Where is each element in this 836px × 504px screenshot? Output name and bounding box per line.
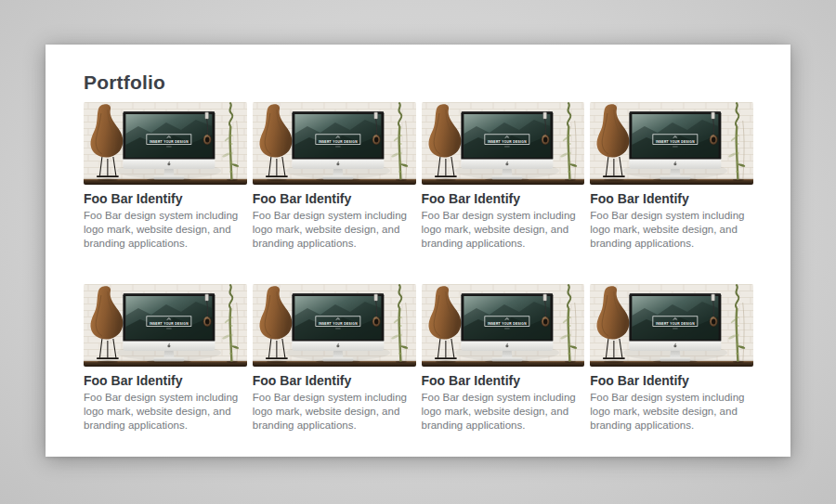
portfolio-card[interactable]: INSERT YOUR DESIGN bbox=[84, 102, 247, 251]
card-description: Foo Bar design system including logo mar… bbox=[84, 209, 247, 251]
card-description: Foo Bar design system including logo mar… bbox=[422, 209, 585, 251]
mockup-screen-text: INSERT YOUR DESIGN bbox=[319, 322, 358, 326]
portfolio-thumbnail[interactable]: INSERT YOUR DESIGN bbox=[422, 284, 585, 367]
mockup-screen-text: INSERT YOUR DESIGN bbox=[487, 322, 526, 326]
card-description: Foo Bar design system including logo mar… bbox=[590, 391, 753, 433]
imac-desk-mockup-image: INSERT YOUR DESIGN bbox=[84, 284, 247, 367]
mockup-screen-text: INSERT YOUR DESIGN bbox=[319, 140, 358, 144]
imac-desk-mockup-image: INSERT YOUR DESIGN bbox=[422, 284, 585, 367]
card-title: Foo Bar Identify bbox=[422, 373, 585, 388]
portfolio-card[interactable]: INSERT YOUR DESIGN bbox=[590, 102, 753, 251]
portfolio-card[interactable]: INSERT YOUR DESIGN bbox=[253, 284, 416, 433]
card-description: Foo Bar design system including logo mar… bbox=[253, 209, 416, 251]
mockup-screen-text: INSERT YOUR DESIGN bbox=[487, 140, 526, 144]
card-description: Foo Bar design system including logo mar… bbox=[422, 391, 585, 433]
mockup-screen-text: INSERT YOUR DESIGN bbox=[656, 322, 695, 326]
imac-desk-mockup-image: INSERT YOUR DESIGN bbox=[253, 102, 416, 185]
portfolio-thumbnail[interactable]: INSERT YOUR DESIGN bbox=[253, 102, 416, 185]
card-title: Foo Bar Identify bbox=[253, 373, 416, 388]
portfolio-card[interactable]: INSERT YOUR DESIGN bbox=[590, 284, 753, 433]
card-title: Foo Bar Identify bbox=[84, 191, 247, 206]
desktop-background: { "page": { "title": "Portfolio" }, "car… bbox=[0, 0, 836, 504]
imac-desk-mockup-image: INSERT YOUR DESIGN bbox=[590, 284, 753, 367]
portfolio-grid: INSERT YOUR DESIGN bbox=[84, 102, 753, 433]
imac-desk-mockup-image: INSERT YOUR DESIGN bbox=[253, 284, 416, 367]
portfolio-card[interactable]: INSERT YOUR DESIGN bbox=[422, 102, 585, 251]
imac-desk-mockup-image: INSERT YOUR DESIGN bbox=[422, 102, 585, 185]
card-description: Foo Bar design system including logo mar… bbox=[84, 391, 247, 433]
imac-desk-mockup-image: INSERT YOUR DESIGN bbox=[84, 102, 247, 185]
card-title: Foo Bar Identify bbox=[84, 373, 247, 388]
portfolio-thumbnail[interactable]: INSERT YOUR DESIGN bbox=[590, 284, 753, 367]
portfolio-card[interactable]: INSERT YOUR DESIGN bbox=[422, 284, 585, 433]
portfolio-thumbnail[interactable]: INSERT YOUR DESIGN bbox=[422, 102, 585, 185]
mockup-screen-text: INSERT YOUR DESIGN bbox=[656, 140, 695, 144]
page-title: Portfolio bbox=[84, 72, 753, 93]
mockup-screen-text: INSERT YOUR DESIGN bbox=[150, 140, 189, 144]
mockup-screen-text: INSERT YOUR DESIGN bbox=[150, 322, 189, 326]
portfolio-thumbnail[interactable]: INSERT YOUR DESIGN bbox=[253, 284, 416, 367]
portfolio-thumbnail[interactable]: INSERT YOUR DESIGN bbox=[84, 102, 247, 185]
card-title: Foo Bar Identify bbox=[253, 191, 416, 206]
card-title: Foo Bar Identify bbox=[590, 191, 753, 206]
portfolio-card[interactable]: INSERT YOUR DESIGN bbox=[84, 284, 247, 433]
card-description: Foo Bar design system including logo mar… bbox=[590, 209, 753, 251]
card-title: Foo Bar Identify bbox=[590, 373, 753, 388]
card-title: Foo Bar Identify bbox=[422, 191, 585, 206]
portfolio-thumbnail[interactable]: INSERT YOUR DESIGN bbox=[84, 284, 247, 367]
imac-desk-mockup-image: INSERT YOUR DESIGN bbox=[590, 102, 753, 185]
card-description: Foo Bar design system including logo mar… bbox=[253, 391, 416, 433]
portfolio-card[interactable]: INSERT YOUR DESIGN bbox=[253, 102, 416, 251]
portfolio-page: Portfolio bbox=[46, 45, 790, 457]
portfolio-thumbnail[interactable]: INSERT YOUR DESIGN bbox=[590, 102, 753, 185]
